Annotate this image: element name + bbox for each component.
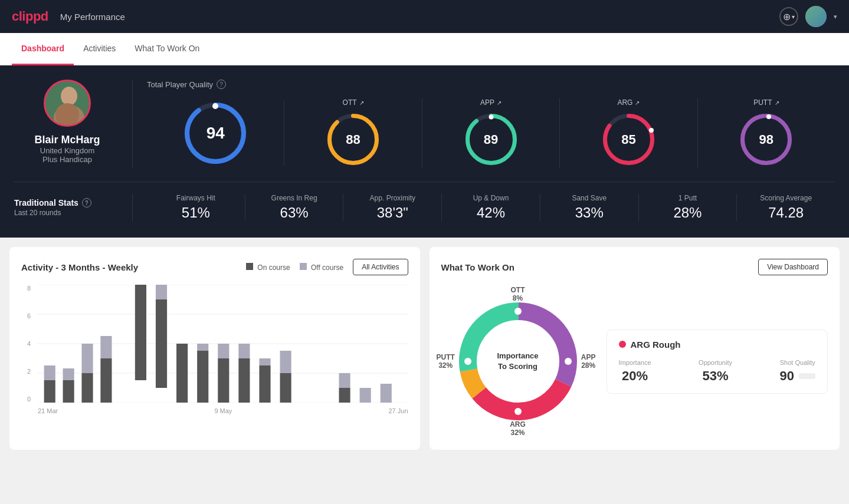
chart-container: 0 2 4 6 8: [21, 285, 408, 417]
gauge-app-label: APP ↗: [480, 98, 501, 107]
player-name: Blair McHarg: [34, 134, 100, 146]
stats-info-icon[interactable]: ?: [82, 198, 91, 207]
player-avatar: [44, 80, 91, 127]
bar: [280, 351, 291, 373]
chevron-down-icon: ▾: [792, 14, 795, 20]
gauge-ott-label: OTT ↗: [343, 98, 364, 107]
gauge-arg-value: 85: [621, 132, 635, 147]
activity-controls: On course Off course All Activities: [246, 259, 408, 275]
stat-1-putt: 1 Putt 28%: [639, 194, 737, 221]
detail-metric-shot-quality: Shot Quality 90: [780, 359, 815, 384]
avatar-svg: [45, 80, 89, 127]
activity-title: Activity - 3 Months - Weekly: [21, 262, 138, 272]
putt-arrow-icon: ↗: [775, 100, 779, 106]
off-course-legend: Off course: [300, 263, 343, 272]
hero-top: Blair McHarg United Kingdom Plus Handica…: [14, 80, 835, 182]
quality-info-icon[interactable]: ?: [217, 80, 226, 89]
bar: [63, 380, 74, 403]
bar: [360, 388, 371, 403]
stat-sand-save: Sand Save 33%: [540, 194, 639, 221]
header-right: ⊕ ▾ ▾: [779, 6, 837, 27]
bar: [339, 388, 350, 403]
donut-label-ott: OTT 8%: [511, 286, 525, 302]
bar: [63, 368, 74, 380]
shot-quality-bar: [799, 373, 815, 379]
svg-point-1: [61, 87, 77, 106]
gauge-arg-circle: 85: [601, 111, 657, 167]
detail-metric-importance: Importance 20%: [619, 359, 651, 384]
donut-container: Importance To Scoring OTT 8% APP 28% ARG: [441, 285, 595, 438]
stat-section-title: Traditional Stats ?: [14, 198, 120, 207]
gauge-ott-circle: 88: [325, 111, 381, 167]
quality-gauges: 94 OTT ↗ 88: [147, 98, 835, 167]
tab-what-to-work-on[interactable]: What To Work On: [125, 33, 209, 65]
view-dashboard-button[interactable]: View Dashboard: [758, 259, 828, 275]
gauge-app: APP ↗ 89: [422, 98, 560, 167]
bottom-panels: Activity - 3 Months - Weekly On course O…: [0, 238, 849, 459]
gauge-putt: PUTT ↗ 98: [698, 98, 835, 167]
bar: [156, 299, 167, 388]
y-axis: 0 2 4 6 8: [21, 285, 33, 403]
gauge-total-value: 94: [206, 124, 225, 143]
bar: [259, 358, 270, 365]
header-title: My Performance: [60, 12, 125, 22]
bar: [339, 373, 350, 388]
donut-dot: [514, 408, 522, 415]
player-handicap: Plus Handicap: [42, 155, 92, 164]
bar: [218, 344, 229, 358]
plus-icon: ⊕: [783, 11, 791, 22]
bar: [197, 351, 208, 403]
avatar-chevron-icon: ▾: [834, 13, 837, 21]
tab-dashboard[interactable]: Dashboard: [12, 33, 74, 65]
chart-svg: [38, 285, 408, 403]
bar: [238, 344, 250, 358]
donut-dot: [514, 308, 522, 315]
add-button[interactable]: ⊕ ▾: [779, 7, 798, 26]
wtwo-title: What To Work On: [441, 262, 514, 272]
bar: [176, 344, 188, 403]
gauge-app-circle: 89: [463, 111, 519, 167]
gauge-arg: ARG ↗ 85: [560, 98, 697, 167]
arg-arrow-icon: ↗: [635, 100, 640, 106]
wtwo-content: Importance To Scoring OTT 8% APP 28% ARG: [441, 285, 828, 438]
off-course-dot: [300, 263, 307, 270]
on-course-dot: [246, 263, 253, 270]
ott-arrow-icon: ↗: [359, 100, 364, 106]
bar: [259, 365, 270, 403]
stat-fairways-hit: Fairways Hit 51%: [147, 194, 245, 221]
activity-panel: Activity - 3 Months - Weekly On course O…: [9, 247, 420, 450]
stat-app-proximity: App. Proximity 38'3": [343, 194, 442, 221]
gauge-putt-circle: 98: [738, 111, 794, 167]
avatar-image: [45, 80, 89, 127]
bar: [280, 373, 291, 403]
donut-center-text: Importance To Scoring: [497, 351, 538, 372]
app-arrow-icon: ↗: [497, 100, 501, 106]
bar: [44, 380, 55, 403]
stats-grid: Fairways Hit 51% Greens In Reg 63% App. …: [132, 194, 835, 221]
logo: clippd: [12, 9, 48, 24]
activity-header: Activity - 3 Months - Weekly On course O…: [21, 259, 408, 275]
tab-activities[interactable]: Activities: [74, 33, 125, 65]
gauge-putt-label: PUTT ↗: [753, 98, 779, 107]
hero-section: Blair McHarg United Kingdom Plus Handica…: [0, 65, 849, 238]
stat-scoring-average: Scoring Average 74.28: [737, 194, 835, 221]
bar: [81, 373, 93, 403]
donut-dot: [464, 358, 471, 365]
all-activities-button[interactable]: All Activities: [353, 259, 408, 275]
donut-label-arg: ARG 32%: [510, 420, 526, 437]
header-left: clippd My Performance: [12, 9, 125, 24]
user-avatar-button[interactable]: [805, 6, 827, 27]
gauge-ott-value: 88: [346, 132, 360, 147]
player-info: Blair McHarg United Kingdom Plus Handica…: [14, 80, 132, 164]
wtwo-header: What To Work On View Dashboard: [441, 259, 828, 275]
bar: [135, 285, 146, 380]
bar: [100, 358, 112, 403]
bar: [381, 384, 392, 403]
activity-legend: On course Off course: [246, 263, 343, 272]
stat-subtitle: Last 20 rounds: [14, 209, 120, 217]
gauge-ott: OTT ↗ 88: [284, 98, 422, 167]
donut-dot: [565, 358, 572, 365]
bar: [100, 336, 112, 358]
bar: [197, 344, 208, 351]
avatar: [805, 6, 827, 27]
